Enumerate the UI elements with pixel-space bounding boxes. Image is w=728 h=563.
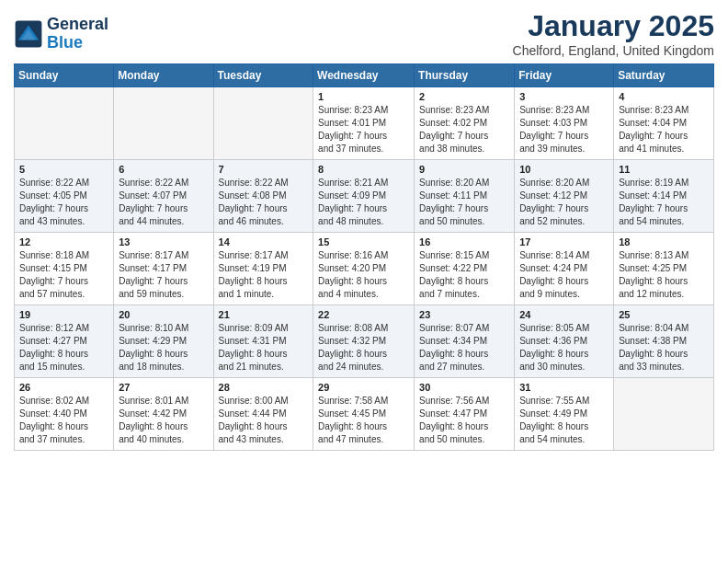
- weekday-header-thursday: Thursday: [415, 64, 515, 87]
- logo-line2: Blue: [47, 34, 108, 52]
- day-number: 6: [119, 164, 208, 175]
- calendar-cell: [213, 87, 313, 160]
- day-number: 20: [119, 309, 208, 320]
- day-number: 30: [419, 382, 509, 393]
- calendar: SundayMondayTuesdayWednesdayThursdayFrid…: [14, 63, 714, 451]
- weekday-header-friday: Friday: [515, 64, 614, 87]
- day-info: Sunrise: 8:23 AM Sunset: 4:03 PM Dayligh…: [519, 104, 609, 155]
- day-info: Sunrise: 8:08 AM Sunset: 4:32 PM Dayligh…: [318, 322, 409, 373]
- calendar-cell: 31Sunrise: 7:55 AM Sunset: 4:49 PM Dayli…: [515, 378, 614, 451]
- location: Chelford, England, United Kingdom: [513, 43, 714, 58]
- calendar-cell: 16Sunrise: 8:15 AM Sunset: 4:22 PM Dayli…: [415, 233, 515, 305]
- calendar-cell: 11Sunrise: 8:19 AM Sunset: 4:14 PM Dayli…: [614, 160, 714, 233]
- calendar-week-3: 12Sunrise: 8:18 AM Sunset: 4:15 PM Dayli…: [15, 233, 714, 305]
- calendar-cell: 25Sunrise: 8:04 AM Sunset: 4:38 PM Dayli…: [614, 305, 714, 378]
- calendar-cell: 21Sunrise: 8:09 AM Sunset: 4:31 PM Dayli…: [213, 305, 313, 378]
- weekday-header-sunday: Sunday: [15, 64, 114, 87]
- calendar-cell: 23Sunrise: 8:07 AM Sunset: 4:34 PM Dayli…: [415, 305, 515, 378]
- logo-line1: General: [47, 16, 108, 34]
- calendar-cell: 2Sunrise: 8:23 AM Sunset: 4:02 PM Daylig…: [415, 87, 515, 160]
- calendar-cell: 17Sunrise: 8:14 AM Sunset: 4:24 PM Dayli…: [515, 233, 614, 305]
- logo-icon: [14, 19, 43, 49]
- day-number: 17: [519, 236, 609, 247]
- day-number: 31: [519, 382, 609, 393]
- calendar-week-2: 5Sunrise: 8:22 AM Sunset: 4:05 PM Daylig…: [15, 160, 714, 233]
- day-number: 2: [419, 91, 509, 102]
- day-number: 4: [619, 91, 709, 102]
- calendar-cell: 8Sunrise: 8:21 AM Sunset: 4:09 PM Daylig…: [313, 160, 415, 233]
- day-number: 25: [619, 309, 709, 320]
- calendar-cell: 3Sunrise: 8:23 AM Sunset: 4:03 PM Daylig…: [515, 87, 614, 160]
- calendar-cell: 29Sunrise: 7:58 AM Sunset: 4:45 PM Dayli…: [313, 378, 415, 451]
- logo-text: General Blue: [47, 16, 108, 52]
- day-number: 28: [219, 382, 309, 393]
- day-info: Sunrise: 7:55 AM Sunset: 4:49 PM Dayligh…: [519, 395, 609, 446]
- day-info: Sunrise: 8:23 AM Sunset: 4:02 PM Dayligh…: [419, 104, 509, 155]
- calendar-cell: 10Sunrise: 8:20 AM Sunset: 4:12 PM Dayli…: [515, 160, 614, 233]
- calendar-cell: [614, 378, 714, 451]
- calendar-cell: 5Sunrise: 8:22 AM Sunset: 4:05 PM Daylig…: [15, 160, 114, 233]
- weekday-header-saturday: Saturday: [614, 64, 714, 87]
- calendar-cell: 19Sunrise: 8:12 AM Sunset: 4:27 PM Dayli…: [15, 305, 114, 378]
- day-number: 14: [219, 236, 309, 247]
- day-info: Sunrise: 8:07 AM Sunset: 4:34 PM Dayligh…: [419, 322, 509, 373]
- day-number: 23: [419, 309, 509, 320]
- day-info: Sunrise: 7:56 AM Sunset: 4:47 PM Dayligh…: [419, 395, 509, 446]
- calendar-week-4: 19Sunrise: 8:12 AM Sunset: 4:27 PM Dayli…: [15, 305, 714, 378]
- day-info: Sunrise: 8:20 AM Sunset: 4:11 PM Dayligh…: [419, 177, 509, 228]
- day-number: 18: [619, 236, 709, 247]
- day-number: 3: [519, 91, 609, 102]
- weekday-header-wednesday: Wednesday: [313, 64, 415, 87]
- day-number: 16: [419, 236, 509, 247]
- day-number: 7: [219, 164, 309, 175]
- day-number: 19: [19, 309, 108, 320]
- calendar-cell: 7Sunrise: 8:22 AM Sunset: 4:08 PM Daylig…: [213, 160, 313, 233]
- day-info: Sunrise: 8:22 AM Sunset: 4:05 PM Dayligh…: [19, 177, 108, 228]
- month-title: January 2025: [513, 9, 714, 43]
- day-number: 26: [19, 382, 108, 393]
- day-number: 27: [119, 382, 208, 393]
- calendar-cell: 14Sunrise: 8:17 AM Sunset: 4:19 PM Dayli…: [213, 233, 313, 305]
- day-info: Sunrise: 7:58 AM Sunset: 4:45 PM Dayligh…: [318, 395, 409, 446]
- day-number: 5: [19, 164, 108, 175]
- calendar-cell: 20Sunrise: 8:10 AM Sunset: 4:29 PM Dayli…: [114, 305, 213, 378]
- day-info: Sunrise: 8:17 AM Sunset: 4:17 PM Dayligh…: [119, 249, 208, 301]
- day-number: 9: [419, 164, 509, 175]
- day-info: Sunrise: 8:21 AM Sunset: 4:09 PM Dayligh…: [318, 177, 409, 228]
- calendar-cell: 15Sunrise: 8:16 AM Sunset: 4:20 PM Dayli…: [313, 233, 415, 305]
- day-info: Sunrise: 8:20 AM Sunset: 4:12 PM Dayligh…: [519, 177, 609, 228]
- day-info: Sunrise: 8:23 AM Sunset: 4:04 PM Dayligh…: [619, 104, 709, 155]
- title-block: January 2025 Chelford, England, United K…: [513, 9, 714, 58]
- calendar-cell: 26Sunrise: 8:02 AM Sunset: 4:40 PM Dayli…: [15, 378, 114, 451]
- weekday-header-tuesday: Tuesday: [213, 64, 313, 87]
- day-number: 22: [318, 309, 409, 320]
- day-number: 29: [318, 382, 409, 393]
- calendar-cell: 9Sunrise: 8:20 AM Sunset: 4:11 PM Daylig…: [415, 160, 515, 233]
- day-number: 1: [318, 91, 409, 102]
- day-number: 24: [519, 309, 609, 320]
- calendar-cell: 1Sunrise: 8:23 AM Sunset: 4:01 PM Daylig…: [313, 87, 415, 160]
- day-number: 11: [619, 164, 709, 175]
- calendar-week-5: 26Sunrise: 8:02 AM Sunset: 4:40 PM Dayli…: [15, 378, 714, 451]
- header: General Blue January 2025 Chelford, Engl…: [14, 9, 714, 58]
- day-info: Sunrise: 8:12 AM Sunset: 4:27 PM Dayligh…: [19, 322, 108, 373]
- day-info: Sunrise: 8:02 AM Sunset: 4:40 PM Dayligh…: [19, 395, 108, 446]
- day-info: Sunrise: 8:15 AM Sunset: 4:22 PM Dayligh…: [419, 249, 509, 301]
- calendar-cell: 28Sunrise: 8:00 AM Sunset: 4:44 PM Dayli…: [213, 378, 313, 451]
- day-info: Sunrise: 8:13 AM Sunset: 4:25 PM Dayligh…: [619, 249, 709, 301]
- day-info: Sunrise: 8:05 AM Sunset: 4:36 PM Dayligh…: [519, 322, 609, 373]
- calendar-cell: [114, 87, 213, 160]
- day-number: 21: [219, 309, 309, 320]
- day-number: 12: [19, 236, 108, 247]
- day-info: Sunrise: 8:16 AM Sunset: 4:20 PM Dayligh…: [318, 249, 409, 301]
- calendar-cell: 12Sunrise: 8:18 AM Sunset: 4:15 PM Dayli…: [15, 233, 114, 305]
- day-number: 13: [119, 236, 208, 247]
- day-info: Sunrise: 8:10 AM Sunset: 4:29 PM Dayligh…: [119, 322, 208, 373]
- day-info: Sunrise: 8:00 AM Sunset: 4:44 PM Dayligh…: [219, 395, 309, 446]
- day-number: 10: [519, 164, 609, 175]
- calendar-cell: 18Sunrise: 8:13 AM Sunset: 4:25 PM Dayli…: [614, 233, 714, 305]
- calendar-cell: 30Sunrise: 7:56 AM Sunset: 4:47 PM Dayli…: [415, 378, 515, 451]
- calendar-cell: 22Sunrise: 8:08 AM Sunset: 4:32 PM Dayli…: [313, 305, 415, 378]
- day-info: Sunrise: 8:17 AM Sunset: 4:19 PM Dayligh…: [219, 249, 309, 301]
- weekday-header-monday: Monday: [114, 64, 213, 87]
